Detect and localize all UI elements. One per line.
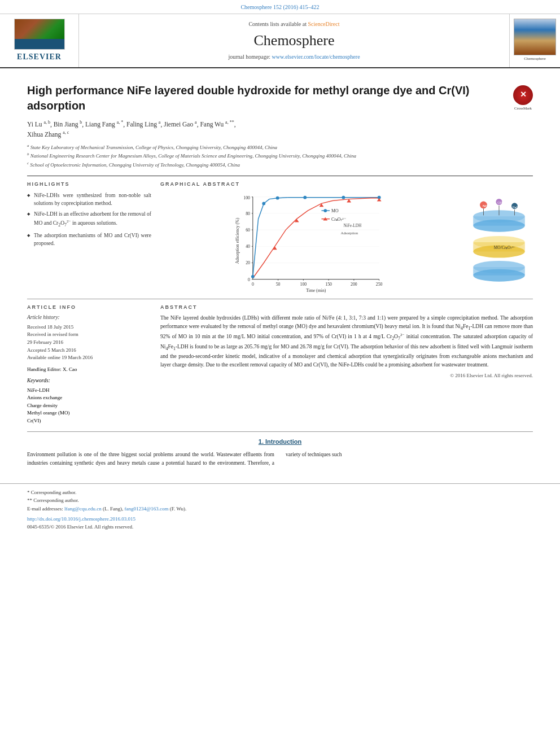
journal-reference-line: Chemosphere 152 (2016) 415–422 — [0, 0, 560, 14]
svg-text:150: 150 — [325, 282, 332, 287]
svg-text:60: 60 — [246, 228, 250, 233]
abstract-header: ABSTRACT — [160, 304, 533, 311]
svg-point-36 — [342, 196, 345, 199]
authors-line: Yi Lu a, b, Bin Jiang b, Liang Fang a, *… — [27, 119, 533, 139]
elsevier-logo: ELSEVIER — [14, 19, 65, 63]
accepted-date: Accepted 5 March 2016 — [27, 347, 151, 354]
svg-point-34 — [276, 196, 279, 200]
online-date: Available online 19 March 2016 — [27, 354, 151, 361]
crossmark-label: CrossMark — [513, 106, 533, 112]
revised-date: 29 February 2016 — [27, 339, 151, 346]
keyword-1: NiFe-LDH — [27, 387, 151, 395]
journal-thumbnail — [514, 19, 556, 55]
footer-corresponding-2: ** Corresponding author. — [27, 496, 533, 504]
molecule-illustration: NO₃ OH⁻ H₂O MO/Cr₂O₇²⁻ — [465, 191, 533, 293]
abstract-column: ABSTRACT The NiFe layered double hydroxi… — [160, 304, 533, 425]
highlight-item-2: NiFe-LDH is an effective adsorbent for t… — [27, 210, 151, 228]
affiliations: a State Key Laboratory of Mechanical Tra… — [27, 143, 533, 169]
keyword-5: Cr(VI) — [27, 417, 151, 425]
introduction-section: 1. Introduction Environment pollution is… — [27, 438, 533, 468]
svg-text:0: 0 — [252, 282, 254, 287]
crossmark-icon: ✕ — [513, 85, 533, 105]
homepage-label: journal homepage: — [228, 54, 270, 60]
article-info-abstract-section: ARTICLE INFO Article history: Received 1… — [27, 304, 533, 425]
keywords-section: Keywords: NiFe-LDH Anions exchange Charg… — [27, 377, 151, 425]
highlights-header: HIGHLIGHTS — [27, 181, 151, 188]
molecule-svg: NO₃ OH⁻ H₂O MO/Cr₂O₇²⁻ — [468, 194, 530, 290]
svg-text:Adsorption: Adsorption — [341, 231, 358, 235]
contents-line: Contents lists available at ScienceDirec… — [248, 20, 339, 28]
chart-svg: 0 20 40 60 80 100 — [160, 191, 461, 293]
homepage-line: journal homepage: www.elsevier.com/locat… — [228, 53, 360, 61]
received-revised-label: Received in revised form — [27, 331, 151, 338]
abstract-copyright: © 2016 Elsevier Ltd. All rights reserved… — [160, 372, 533, 379]
divider-before-intro — [27, 431, 533, 432]
graphical-abstract-column: GRAPHICAL ABSTRACT 0 20 40 — [160, 181, 533, 293]
homepage-link[interactable]: www.elsevier.com/locate/chemosphere — [272, 54, 360, 60]
svg-text:50: 50 — [276, 282, 281, 287]
crossmark-badge[interactable]: ✕ CrossMark — [513, 85, 533, 105]
intro-text: Environment pollution is one of the thre… — [27, 451, 533, 467]
highlights-list: NiFe-LDHs were synthesized from non-nobl… — [27, 191, 151, 247]
article-title: High performance NiFe layered double hyd… — [27, 83, 508, 113]
svg-text:Cr₂O₇²⁻: Cr₂O₇²⁻ — [331, 216, 346, 221]
elsevier-logo-area: ELSEVIER — [0, 14, 79, 67]
journal-header-center: Contents lists available at ScienceDirec… — [79, 14, 509, 67]
svg-point-35 — [303, 196, 307, 199]
svg-text:0: 0 — [248, 277, 250, 282]
article-title-section: High performance NiFe layered double hyd… — [27, 83, 533, 113]
received-date: Received 18 July 2015 — [27, 324, 151, 331]
keyword-2: Anions exchange — [27, 394, 151, 402]
svg-text:250: 250 — [376, 282, 383, 287]
graphical-abstract-content: 0 20 40 60 80 100 — [160, 191, 533, 293]
svg-text:MO/Cr₂O₇²⁻: MO/Cr₂O₇²⁻ — [494, 245, 516, 250]
article-info-header: ARTICLE INFO — [27, 304, 151, 311]
keyword-3: Charge density — [27, 402, 151, 410]
keyword-4: Methyl orange (MO) — [27, 409, 151, 417]
svg-point-33 — [262, 202, 265, 205]
highlights-graphical-section: HIGHLIGHTS NiFe-LDHs were synthesized fr… — [27, 181, 533, 293]
svg-text:MO: MO — [331, 208, 339, 213]
contents-label: Contents lists available at — [248, 21, 306, 27]
svg-text:NO₃: NO₃ — [483, 204, 490, 208]
doi-link[interactable]: http://dx.doi.org/10.1016/j.chemosphere.… — [27, 516, 135, 522]
footer-email-line: E-mail addresses: lfang@cqu.edu.cn (L. F… — [27, 505, 533, 513]
svg-text:NiFe-LDH: NiFe-LDH — [343, 224, 362, 228]
footer-issn: 0045-6535/© 2016 Elsevier Ltd. All right… — [27, 523, 533, 531]
intro-title: 1. Introduction — [259, 438, 301, 445]
sciencedirect-link[interactable]: ScienceDirect — [308, 21, 339, 27]
svg-marker-42 — [377, 198, 382, 202]
divider-after-affiliations — [27, 176, 533, 176]
svg-text:100: 100 — [300, 282, 307, 287]
highlights-column: HIGHLIGHTS NiFe-LDHs were synthesized fr… — [27, 181, 151, 293]
svg-text:80: 80 — [246, 211, 250, 216]
svg-text:H₂O: H₂O — [513, 205, 518, 208]
svg-text:200: 200 — [351, 282, 357, 287]
journal-thumbnail-label: Chemosphere — [514, 56, 556, 62]
footer-notes: * Corresponding author. ** Corresponding… — [27, 488, 533, 531]
elsevier-logo-image — [14, 19, 65, 50]
footer-corresponding-1: * Corresponding author. — [27, 488, 533, 496]
abstract-text: The NiFe layered double hydroxides (LDHs… — [160, 314, 533, 369]
svg-text:Time (min): Time (min) — [306, 288, 326, 293]
main-content: High performance NiFe layered double hyd… — [0, 68, 560, 477]
intro-section-number: 1. Introduction — [27, 438, 533, 446]
graphical-abstract-header: GRAPHICAL ABSTRACT — [160, 181, 533, 188]
history-label: Article history: — [27, 314, 151, 321]
svg-text:100: 100 — [243, 195, 250, 200]
adsorption-chart: 0 20 40 60 80 100 — [160, 191, 461, 293]
svg-text:OH⁻: OH⁻ — [497, 200, 504, 204]
handling-editor: Handling Editor: X. Cao — [27, 366, 151, 373]
journal-reference-text: Chemosphere 152 (2016) 415–422 — [240, 4, 319, 10]
email-label: E-mail addresses: — [27, 506, 63, 512]
keywords-label: Keywords: — [27, 377, 151, 385]
footer-doi-line: http://dx.doi.org/10.1016/j.chemosphere.… — [27, 515, 533, 523]
article-history: Article history: Received 18 July 2015 R… — [27, 314, 151, 361]
email-name-1: (L. Fang), — [103, 506, 123, 512]
svg-point-44 — [323, 209, 327, 212]
email-link-1[interactable]: lfang@cqu.edu.cn — [64, 506, 102, 512]
svg-point-53 — [473, 220, 525, 232]
journal-header: ELSEVIER Contents lists available at Sci… — [0, 14, 560, 68]
email-link-2[interactable]: fang01234@163.com — [125, 506, 169, 512]
email-name-2: (F. Wu). — [170, 506, 187, 512]
